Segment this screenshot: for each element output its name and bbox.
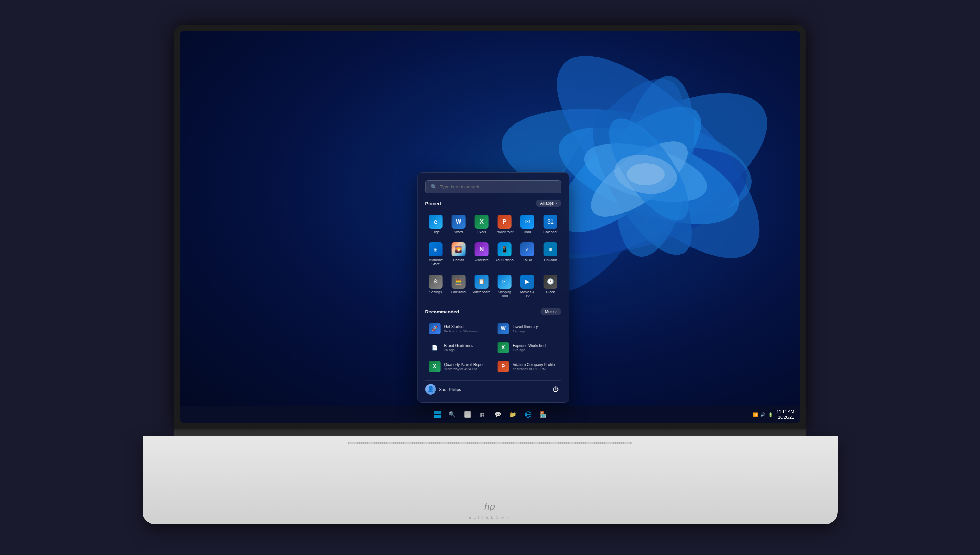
power-button[interactable]: ⏻ <box>550 384 561 395</box>
speaker-grille <box>348 442 632 444</box>
taskbar-taskview-button[interactable]: ⬜ <box>462 409 473 420</box>
app-icon-your-phone: 📱 <box>497 242 511 257</box>
pinned-app-microsoft-store[interactable]: ⊞Microsoft Store <box>425 239 446 269</box>
app-icon-excel: X <box>475 215 489 229</box>
rec-time: Yesterday at 1:15 PM <box>513 367 557 371</box>
app-label-clock: Clock <box>546 290 555 294</box>
app-icon-clock: 🕐 <box>544 275 557 289</box>
app-icon-to-do: ✓ <box>520 242 534 257</box>
recommended-title: Recommended <box>425 309 459 314</box>
pinned-app-mail[interactable]: ✉Mail <box>517 212 538 237</box>
svg-rect-17 <box>438 415 441 418</box>
desktop: 🔍 Pinned All apps › eEdgeWWordXExcelPPow… <box>180 30 800 423</box>
taskbar-time: 11:11 AM <box>777 409 794 414</box>
pinned-app-to-do[interactable]: ✓To Do <box>517 239 538 269</box>
app-icon-settings: ⚙ <box>428 275 443 289</box>
pinned-app-photos[interactable]: 🌄Photos <box>448 239 469 269</box>
taskbar-date: 10/20/21 <box>777 414 794 420</box>
rec-item-get-started[interactable]: 🚀Get StartedWelcome to Windows <box>425 320 492 337</box>
rec-time: 17m ago <box>513 329 557 333</box>
avatar: 👤 <box>425 384 436 395</box>
app-icon-microsoft-store: ⊞ <box>428 242 443 257</box>
app-label-your-phone: Your Phone <box>496 258 513 262</box>
app-label-linkedin: LinkedIn <box>544 258 557 262</box>
app-icon-snipping-tool: ✂ <box>497 275 511 289</box>
rec-icon: W <box>497 323 509 334</box>
chevron-right-icon-more: › <box>555 310 557 314</box>
user-row: 👤 Sara Philips ⏻ <box>425 380 561 395</box>
rec-icon: P <box>497 361 509 372</box>
keyboard-base: hp ELITEBOOK <box>143 436 838 525</box>
rec-time: 2h ago <box>444 348 489 352</box>
taskbar-search-button[interactable]: 🔍 <box>446 409 458 420</box>
pinned-app-edge[interactable]: eEdge <box>425 212 446 237</box>
rec-item-brand-guidelines[interactable]: 📄Brand Guidelines2h ago <box>425 339 492 356</box>
app-icon-powerpoint: P <box>497 215 511 229</box>
taskbar-widgets-button[interactable]: ▦ <box>476 409 489 420</box>
laptop: 🔍 Pinned All apps › eEdgeWWordXExcelPPow… <box>143 25 838 530</box>
search-input[interactable] <box>440 184 555 189</box>
pinned-app-whiteboard[interactable]: 📋Whiteboard <box>471 271 492 302</box>
app-label-snipping-tool: Snipping Tool <box>495 290 514 298</box>
user-info[interactable]: 👤 Sara Philips <box>425 384 461 395</box>
rec-time: Welcome to Windows <box>444 329 489 333</box>
app-icon-calendar: 31 <box>544 215 557 229</box>
power-icon: ⏻ <box>552 386 559 393</box>
rec-icon: X <box>497 342 509 353</box>
app-label-mail: Mail <box>524 230 531 234</box>
taskbar-teams-button[interactable]: 💬 <box>492 409 504 420</box>
taskbar-clock[interactable]: 11:11 AM 10/20/21 <box>777 409 794 420</box>
pinned-app-word[interactable]: WWord <box>448 212 469 237</box>
rec-name: Brand Guidelines <box>444 343 489 348</box>
pinned-app-calculator[interactable]: 🧮Calculator <box>448 271 469 302</box>
search-bar[interactable]: 🔍 <box>425 180 561 193</box>
search-icon: 🔍 <box>430 184 437 190</box>
pinned-app-settings[interactable]: ⚙Settings <box>425 271 446 302</box>
taskbar-store-button[interactable]: 🏪 <box>537 409 549 420</box>
rec-item-expense-worksheet[interactable]: XExpense Worksheet12h ago <box>494 339 561 356</box>
app-icon-onenote: N <box>475 242 489 257</box>
pinned-app-clock[interactable]: 🕐Clock <box>540 271 561 302</box>
rec-name: Get Started <box>444 324 489 329</box>
start-menu: 🔍 Pinned All apps › eEdgeWWordXExcelPPow… <box>417 172 569 403</box>
rec-icon: 🚀 <box>429 323 440 334</box>
taskbar-edge-button[interactable]: 🌐 <box>522 409 534 420</box>
rec-item-quarterly-payroll-report[interactable]: XQuarterly Payroll ReportYesterday at 4:… <box>425 358 492 375</box>
app-icon-photos: 🌄 <box>452 242 465 257</box>
app-label-edge: Edge <box>432 230 440 234</box>
taskbar-sys-icons: 📶 🔊 🔋 <box>753 412 773 417</box>
taskbar-windows-button[interactable] <box>431 409 443 420</box>
elitebook-label: ELITEBOOK <box>469 515 511 519</box>
rec-item-travel-itinerary[interactable]: WTravel Itinerary17m ago <box>494 320 561 337</box>
app-label-whiteboard: Whiteboard <box>473 290 491 294</box>
app-label-settings: Settings <box>430 290 442 294</box>
taskbar-fileexplorer-button[interactable]: 📁 <box>507 409 519 420</box>
pinned-app-movies-&-tv[interactable]: ▶Movies & TV <box>517 271 538 302</box>
rec-item-adatum-company-profile[interactable]: PAdatum Company ProfileYesterday at 1:15… <box>494 358 561 375</box>
pinned-app-linkedin[interactable]: inLinkedIn <box>540 239 561 269</box>
battery-icon: 🔋 <box>768 412 773 417</box>
chevron-right-icon: › <box>555 201 557 205</box>
more-button[interactable]: More › <box>541 308 561 315</box>
pinned-app-your-phone[interactable]: 📱Your Phone <box>494 239 515 269</box>
all-apps-button[interactable]: All apps › <box>536 199 561 207</box>
rec-name: Adatum Company Profile <box>513 363 557 367</box>
pinned-app-excel[interactable]: XExcel <box>471 212 492 237</box>
app-icon-whiteboard: 📋 <box>475 275 489 289</box>
pinned-app-snipping-tool[interactable]: ✂Snipping Tool <box>494 271 515 302</box>
svg-rect-16 <box>434 415 437 418</box>
pinned-app-onenote[interactable]: NOneNote <box>471 239 492 269</box>
network-icon: 📶 <box>753 412 758 417</box>
rec-name: Expense Worksheet <box>513 343 557 348</box>
pinned-title: Pinned <box>425 201 441 206</box>
user-name: Sara Philips <box>439 387 461 392</box>
taskbar: 🔍 ⬜ ▦ 💬 📁 <box>180 406 800 423</box>
app-icon-linkedin: in <box>544 242 557 257</box>
pinned-grid: eEdgeWWordXExcelPPowerPoint✉Mail31Calend… <box>425 212 561 302</box>
pinned-app-calendar[interactable]: 31Calendar <box>540 212 561 237</box>
app-label-microsoft-store: Microsoft Store <box>426 258 445 266</box>
pinned-header: Pinned All apps › <box>425 199 561 207</box>
pinned-app-powerpoint[interactable]: PPowerPoint <box>494 212 515 237</box>
app-icon-movies-&-tv: ▶ <box>520 275 534 289</box>
recommended-grid: 🚀Get StartedWelcome to WindowsWTravel It… <box>425 320 561 375</box>
